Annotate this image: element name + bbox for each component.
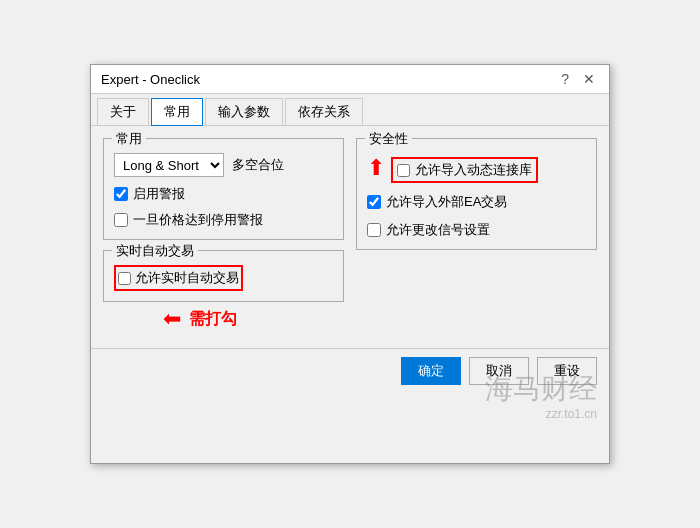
common-group-title: 常用 <box>112 130 146 148</box>
tab-about[interactable]: 关于 <box>97 98 149 125</box>
help-button[interactable]: ? <box>557 71 573 87</box>
tab-common[interactable]: 常用 <box>151 98 203 126</box>
enable-alert-label: 启用警报 <box>133 185 185 203</box>
dynamic-lib-border: 允许导入动态连接库 <box>391 157 538 183</box>
enable-alert-checkbox[interactable] <box>114 187 128 201</box>
common-group: 常用 Long & Short 多空合位 启用警报 一旦价格达到停用警报 <box>103 138 344 240</box>
tab-input-params[interactable]: 输入参数 <box>205 98 283 125</box>
right-panel: 安全性 ⬆ 允许导入动态连接库 允许导入外部EA交易 <box>356 138 597 332</box>
watermark-main: 海马财经 <box>485 371 597 407</box>
dropdown-row: Long & Short 多空合位 <box>114 153 333 177</box>
price-alert-label: 一旦价格达到停用警报 <box>133 211 263 229</box>
realtime-inner: 允许实时自动交易 <box>114 265 333 291</box>
allow-change-signal-row: 允许更改信号设置 <box>367 221 586 239</box>
allow-change-signal-label: 允许更改信号设置 <box>386 221 490 239</box>
security-group: 安全性 ⬆ 允许导入动态连接库 允许导入外部EA交易 <box>356 138 597 250</box>
realtime-checkbox-label: 允许实时自动交易 <box>135 269 239 287</box>
watermark: 海马财经 zzr.to1.cn <box>485 371 597 423</box>
enable-alert-row: 启用警报 <box>114 185 333 203</box>
ok-button[interactable]: 确定 <box>401 357 461 385</box>
dropdown-label: 多空合位 <box>232 156 284 174</box>
window-title: Expert - Oneclick <box>101 72 200 87</box>
allow-dynamic-lib-label: 允许导入动态连接库 <box>415 161 532 179</box>
realtime-checkbox-border: 允许实时自动交易 <box>114 265 243 291</box>
trading-mode-dropdown[interactable]: Long & Short <box>114 153 224 177</box>
allow-dynamic-lib-checkbox[interactable] <box>397 164 410 177</box>
allow-external-ea-label: 允许导入外部EA交易 <box>386 193 507 211</box>
realtime-checkbox[interactable] <box>118 272 131 285</box>
close-button[interactable]: ✕ <box>579 71 599 87</box>
tab-dependencies[interactable]: 依存关系 <box>285 98 363 125</box>
title-bar: Expert - Oneclick ? ✕ <box>91 65 609 94</box>
dialog-window: Expert - Oneclick ? ✕ 关于 常用 输入参数 依存关系 常用… <box>90 64 610 464</box>
allow-external-ea-checkbox[interactable] <box>367 195 381 209</box>
realtime-group-title: 实时自动交易 <box>112 242 198 260</box>
left-arrow-icon: ⬅ <box>163 306 181 332</box>
price-alert-row: 一旦价格达到停用警报 <box>114 211 333 229</box>
allow-external-ea-row: 允许导入外部EA交易 <box>367 193 586 211</box>
security-group-title: 安全性 <box>365 130 412 148</box>
up-arrow-icon: ⬆ <box>367 155 385 181</box>
title-controls: ? ✕ <box>557 71 599 87</box>
dialog-content: 常用 Long & Short 多空合位 启用警报 一旦价格达到停用警报 <box>91 126 609 344</box>
tab-bar: 关于 常用 输入参数 依存关系 <box>91 94 609 126</box>
realtime-group: 实时自动交易 允许实时自动交易 <box>103 250 344 302</box>
allow-change-signal-checkbox[interactable] <box>367 223 381 237</box>
price-alert-checkbox[interactable] <box>114 213 128 227</box>
left-panel: 常用 Long & Short 多空合位 启用警报 一旦价格达到停用警报 <box>103 138 344 332</box>
need-check-label: 需打勾 <box>189 309 237 330</box>
watermark-sub: zzr.to1.cn <box>485 407 597 423</box>
